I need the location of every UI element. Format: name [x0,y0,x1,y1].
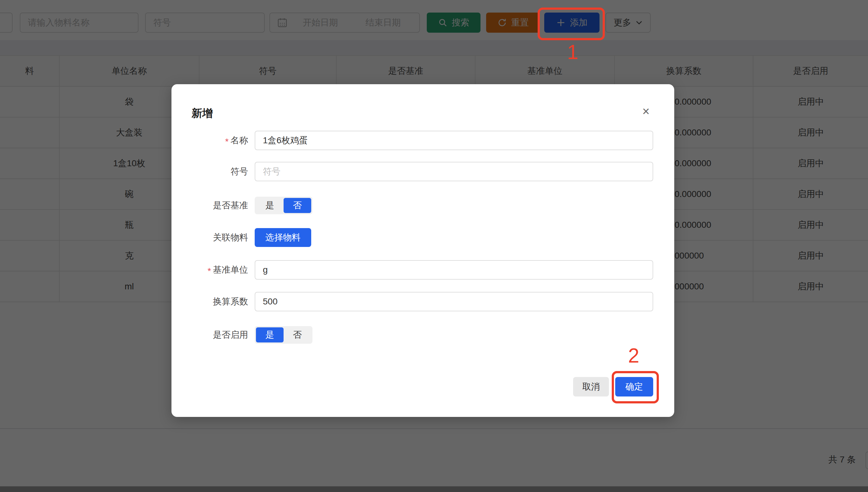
is-base-toggle: 是 否 [255,197,312,214]
required-asterisk: * [225,137,229,147]
related-material-label: 关联物料 [172,228,248,247]
form-row-related-material: 关联物料 选择物料 [172,228,674,247]
coefficient-input[interactable] [255,292,653,311]
form-row-is-base: 是否基准 是 否 [172,197,674,214]
symbol-input[interactable] [255,162,653,181]
is-base-label: 是否基准 [172,197,248,214]
select-material-button[interactable]: 选择物料 [255,228,311,247]
annotation-step-1: 1 [567,42,579,62]
annotation-step-2: 2 [628,346,639,366]
base-unit-input[interactable] [255,260,653,279]
form-row-name: * 名称 [172,131,674,150]
enabled-label: 是否启用 [172,326,248,344]
annotation-box-add-button [538,7,605,40]
base-unit-label: * 基准单位 [172,260,248,279]
dialog-title: 新增 [192,106,213,121]
form-row-enabled: 是否启用 是 否 [172,326,674,344]
name-input[interactable] [255,131,653,150]
form-row-coefficient: 换算系数 [172,292,674,311]
enabled-option-yes[interactable]: 是 [256,327,284,342]
enabled-option-no[interactable]: 否 [284,327,311,342]
enabled-toggle: 是 否 [255,326,312,344]
form-row-symbol: 符号 [172,162,674,181]
add-unit-dialog: 新增 × * 名称 符号 是否基准 是 否 关联物料 选择物料 * [172,84,674,417]
symbol-label: 符号 [172,162,248,181]
is-base-option-no[interactable]: 否 [284,198,311,213]
required-asterisk: * [208,266,211,276]
is-base-option-yes[interactable]: 是 [256,198,284,213]
cancel-button[interactable]: 取消 [573,377,609,396]
coefficient-label: 换算系数 [172,292,248,311]
close-icon[interactable]: × [638,104,654,119]
annotation-box-confirm-button [612,371,659,403]
name-label: * 名称 [172,131,248,150]
form-row-base-unit: * 基准单位 [172,260,674,279]
